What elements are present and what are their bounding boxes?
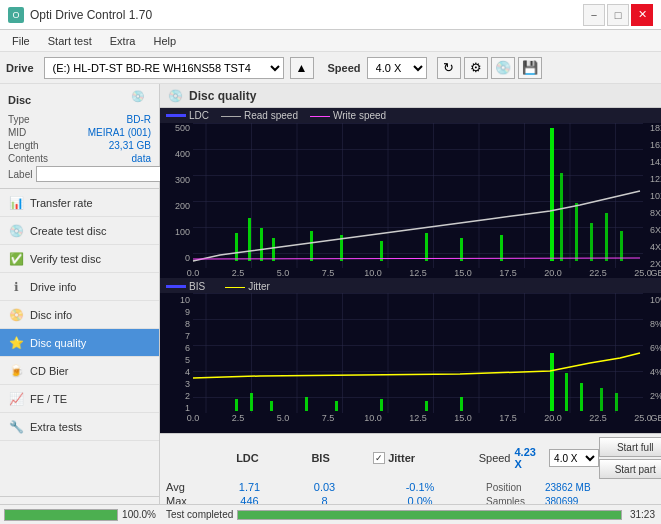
sidebar-item-drive-info[interactable]: ℹ Drive info (0, 273, 159, 301)
disc-info-label: Disc info (30, 309, 72, 321)
menu-help[interactable]: Help (145, 33, 184, 49)
start-part-button[interactable]: Start part (599, 459, 661, 479)
progress-text: 100.0% (122, 509, 156, 520)
sidebar-item-cd-bier[interactable]: 🍺 CD Bier (0, 357, 159, 385)
svg-rect-32 (248, 218, 251, 261)
extra-tests-icon: 🔧 (8, 419, 24, 435)
drive-label: Drive (6, 62, 34, 74)
disc-quality-icon: ⭐ (8, 335, 24, 351)
status-text: Test completed (166, 509, 233, 520)
menu-file[interactable]: File (4, 33, 38, 49)
svg-rect-39 (460, 238, 463, 261)
svg-rect-31 (235, 233, 238, 261)
svg-text:2.5: 2.5 (232, 413, 245, 423)
svg-text:12.5: 12.5 (409, 268, 427, 278)
svg-text:17.5: 17.5 (499, 413, 517, 423)
title-bar: O Opti Drive Control 1.70 − □ ✕ (0, 0, 661, 30)
svg-text:22.5: 22.5 (589, 268, 607, 278)
svg-text:25.0: 25.0 (634, 413, 652, 423)
svg-text:15.0: 15.0 (454, 413, 472, 423)
bottom-status-bar: Test completed 31:23 (160, 504, 661, 524)
svg-rect-35 (310, 231, 313, 261)
avg-bis: 0.03 (287, 481, 362, 493)
svg-text:7.5: 7.5 (322, 268, 335, 278)
svg-rect-42 (560, 173, 563, 261)
svg-rect-79 (305, 397, 308, 411)
svg-text:6: 6 (185, 343, 190, 353)
ldc-legend-label: LDC (189, 110, 209, 121)
start-full-button[interactable]: Start full (599, 437, 661, 457)
minimize-button[interactable]: − (583, 4, 605, 26)
cd-bier-icon: 🍺 (8, 363, 24, 379)
svg-text:12.5: 12.5 (409, 413, 427, 423)
jitter-legend-color (225, 287, 245, 288)
svg-text:0.0: 0.0 (187, 413, 200, 423)
sidebar-item-transfer-rate[interactable]: 📊 Transfer rate (0, 189, 159, 217)
eject-button[interactable]: ▲ (290, 57, 314, 79)
speed-stats-dropdown[interactable]: 4.0 X (549, 449, 599, 467)
transfer-rate-label: Transfer rate (30, 197, 93, 209)
sidebar-item-disc-quality[interactable]: ⭐ Disc quality (0, 329, 159, 357)
progress-fill (5, 510, 117, 520)
sidebar-item-create-test-disc[interactable]: 💿 Create test disc (0, 217, 159, 245)
top-legend: LDC Read speed Write speed (160, 108, 661, 123)
status-time: 31:23 (630, 509, 655, 520)
svg-text:18X: 18X (650, 123, 661, 133)
svg-text:500: 500 (175, 123, 190, 133)
sidebar-item-extra-tests[interactable]: 🔧 Extra tests (0, 413, 159, 441)
drive-bar: Drive (E:) HL-DT-ST BD-RE WH16NS58 TST4 … (0, 52, 661, 84)
jitter-checkbox-section: ✓ Jitter (373, 452, 471, 464)
chart-header-icon: 💿 (168, 89, 183, 103)
contents-label: Contents (8, 153, 48, 164)
drive-select[interactable]: (E:) HL-DT-ST BD-RE WH16NS58 TST4 (44, 57, 284, 79)
menu-start-test[interactable]: Start test (40, 33, 100, 49)
svg-text:6%: 6% (650, 343, 661, 353)
create-test-disc-icon: 💿 (8, 223, 24, 239)
status-progress-fill (238, 511, 621, 519)
save-button[interactable]: 💾 (518, 57, 542, 79)
window-controls: − □ ✕ (583, 4, 653, 26)
sidebar-item-fe-te[interactable]: 📈 FE / TE (0, 385, 159, 413)
close-button[interactable]: ✕ (631, 4, 653, 26)
drive-info-icon: ℹ (8, 279, 24, 295)
svg-rect-86 (580, 383, 583, 411)
bottom-chart: 10 9 8 7 6 5 4 3 2 1 10% 8% 6% 4% 2% (160, 293, 661, 433)
svg-text:100: 100 (175, 227, 190, 237)
svg-rect-37 (380, 241, 383, 261)
verify-test-disc-label: Verify test disc (30, 253, 101, 265)
svg-text:0.0: 0.0 (187, 268, 200, 278)
chart-header-title: Disc quality (189, 89, 256, 103)
svg-rect-44 (590, 223, 593, 261)
fe-te-icon: 📈 (8, 391, 24, 407)
refresh-button[interactable]: ↻ (437, 57, 461, 79)
app-icon: O (8, 7, 24, 23)
svg-rect-40 (500, 235, 503, 261)
label-input[interactable] (36, 166, 169, 182)
svg-text:5.0: 5.0 (277, 268, 290, 278)
svg-text:20.0: 20.0 (544, 268, 562, 278)
svg-text:15.0: 15.0 (454, 268, 472, 278)
transfer-rate-icon: 📊 (8, 195, 24, 211)
label-label: Label (8, 169, 32, 180)
sidebar-item-disc-info[interactable]: 📀 Disc info (0, 301, 159, 329)
jitter-checkbox[interactable]: ✓ (373, 452, 385, 464)
svg-rect-77 (250, 393, 253, 411)
avg-ldc: 1.71 (212, 481, 287, 493)
sidebar-item-verify-test-disc[interactable]: ✅ Verify test disc (0, 245, 159, 273)
settings-button[interactable]: ⚙ (464, 57, 488, 79)
svg-text:10.0: 10.0 (364, 268, 382, 278)
svg-text:200: 200 (175, 201, 190, 211)
disc-title: Disc (8, 94, 31, 106)
avg-row: Avg 1.71 0.03 -0.1% Position 23862 MB (166, 481, 661, 493)
svg-text:8: 8 (185, 319, 190, 329)
speed-select[interactable]: 4.0 X (367, 57, 427, 79)
svg-text:7: 7 (185, 331, 190, 341)
disc-button[interactable]: 💿 (491, 57, 515, 79)
svg-text:4X: 4X (650, 242, 661, 252)
maximize-button[interactable]: □ (607, 4, 629, 26)
svg-rect-48 (193, 293, 643, 413)
length-value: 23,31 GB (109, 140, 151, 151)
svg-rect-41 (550, 128, 554, 261)
svg-text:25.0: 25.0 (634, 268, 652, 278)
menu-extra[interactable]: Extra (102, 33, 144, 49)
